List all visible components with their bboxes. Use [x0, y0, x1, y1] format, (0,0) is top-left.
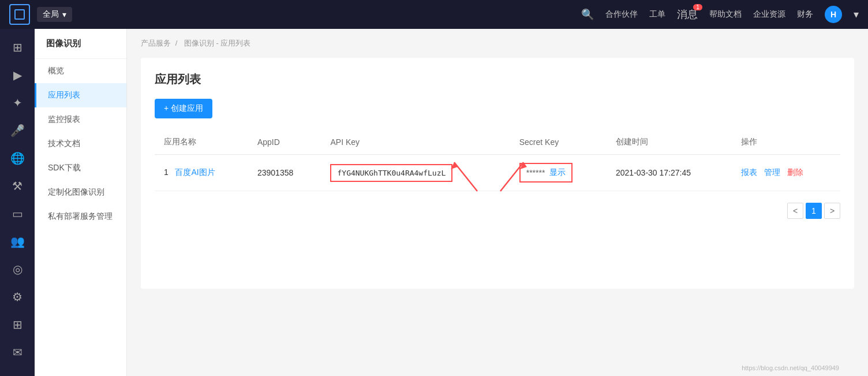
- global-label: 全局: [43, 9, 59, 20]
- col-app-name: 应用名称: [155, 130, 248, 155]
- menu-item-app-list[interactable]: 应用列表: [35, 83, 126, 107]
- app-name-link[interactable]: 百度AI图片: [175, 167, 215, 177]
- sidebar: ⊞ ▶ ✦ 🎤 🌐 ⚒ ▭ 👥 ◎ ⚙ ⊞ ✉: [0, 29, 35, 376]
- sidebar-icon-arrow[interactable]: ▶: [5, 62, 30, 88]
- logo: [9, 4, 30, 25]
- pagination-next[interactable]: >: [824, 203, 840, 219]
- cell-create-time: 2021-03-30 17:27:45: [607, 155, 732, 191]
- action-delete-link[interactable]: 删除: [787, 167, 803, 177]
- show-secret-key-link[interactable]: 显示: [549, 167, 566, 178]
- table-container: 应用名称 AppID API Key Secret Key 创建时间 操作 1: [155, 130, 840, 191]
- table-header-row: 应用名称 AppID API Key Secret Key 创建时间 操作: [155, 130, 840, 155]
- page-title: 应用列表: [155, 72, 840, 87]
- breadcrumb: 产品服务 / 图像识别 - 应用列表: [141, 38, 854, 49]
- main-layout: ⊞ ▶ ✦ 🎤 🌐 ⚒ ▭ 👥 ◎ ⚙ ⊞ ✉ 图像识别 概览 应用列表 监控报…: [0, 29, 868, 376]
- secret-key-stars: ******: [526, 168, 545, 177]
- global-selector[interactable]: 全局 ▾: [37, 7, 72, 22]
- cell-api-key: fYG4NUKGhTTK0u4RA4wfLuzL: [321, 155, 510, 191]
- action-manage-link[interactable]: 管理: [764, 167, 780, 177]
- menu-item-tech-docs[interactable]: 技术文档: [35, 132, 126, 156]
- secret-key-box: ****** 显示: [519, 163, 573, 183]
- breadcrumb-product[interactable]: 产品服务: [141, 39, 171, 47]
- cell-index: 1 百度AI图片: [155, 155, 248, 191]
- sidebar-icon-tools[interactable]: ⚒: [5, 173, 30, 199]
- sidebar-icon-frame[interactable]: ▭: [5, 201, 30, 226]
- col-appid: AppID: [248, 130, 321, 155]
- col-create-time: 创建时间: [607, 130, 732, 155]
- cell-actions: 报表 管理 删除: [732, 155, 840, 191]
- avatar[interactable]: H: [825, 6, 842, 23]
- action-report-link[interactable]: 报表: [741, 167, 757, 177]
- sidebar-icon-gear[interactable]: ⚙: [5, 284, 30, 310]
- sidebar-icon-mic[interactable]: 🎤: [5, 118, 30, 143]
- table-row: 1 百度AI图片 23901358 fYG4NUKGhTTK0u4RA4wfLu…: [155, 155, 840, 191]
- col-secret-key: Secret Key: [510, 130, 607, 155]
- help-docs-link[interactable]: 帮助文档: [709, 9, 742, 20]
- search-icon[interactable]: 🔍: [581, 8, 594, 21]
- notification-badge: 1: [693, 4, 702, 10]
- menu-item-overview[interactable]: 概览: [35, 59, 126, 83]
- chevron-down-icon: ▾: [62, 10, 66, 19]
- notification-icon[interactable]: 消息 1: [677, 8, 698, 21]
- menu-title: 图像识别: [35, 29, 126, 59]
- avatar-label: H: [830, 10, 836, 19]
- menu-item-private-deploy[interactable]: 私有部署服务管理: [35, 204, 126, 229]
- partner-link[interactable]: 合作伙伴: [605, 9, 638, 20]
- sidebar-icon-apps[interactable]: ⊞: [5, 312, 30, 337]
- pagination: < 1 >: [155, 203, 840, 219]
- pagination-page-1[interactable]: 1: [806, 203, 822, 219]
- notification-label: 消息: [677, 9, 698, 20]
- workorder-link[interactable]: 工单: [649, 9, 665, 20]
- cell-appid: 23901358: [248, 155, 321, 191]
- sidebar-icon-users[interactable]: 👥: [5, 229, 30, 254]
- content-area: 产品服务 / 图像识别 - 应用列表 应用列表 + 创建应用 应用名称 AppI…: [127, 29, 868, 376]
- nav-icons: 🔍 合作伙伴 工单 消息 1 帮助文档 企业资源 财务 H ▾: [581, 6, 859, 23]
- api-key-value: fYG4NUKGhTTK0u4RA4wfLuzL: [337, 169, 446, 177]
- api-key-box: fYG4NUKGhTTK0u4RA4wfLuzL: [330, 164, 452, 182]
- sidebar-icon-mail[interactable]: ✉: [5, 340, 30, 365]
- menu-item-sdk[interactable]: SDK下载: [35, 156, 126, 180]
- create-app-button[interactable]: + 创建应用: [155, 99, 212, 118]
- watermark: https://blog.csdn.net/qq_40049949: [742, 364, 839, 371]
- app-table: 应用名称 AppID API Key Secret Key 创建时间 操作 1: [155, 130, 840, 191]
- pagination-prev[interactable]: <: [787, 203, 803, 219]
- col-actions: 操作: [732, 130, 840, 155]
- sidebar-icon-connect[interactable]: ✦: [5, 90, 30, 116]
- col-api-key: API Key: [321, 130, 510, 155]
- menu-item-custom[interactable]: 定制化图像识别: [35, 180, 126, 204]
- breadcrumb-separator: /: [175, 39, 179, 47]
- top-navigation: 全局 ▾ 🔍 合作伙伴 工单 消息 1 帮助文档 企业资源 财务 H ▾: [0, 0, 868, 29]
- sidebar-icon-eye[interactable]: ◎: [5, 256, 30, 282]
- row-index: 1: [164, 167, 169, 177]
- enterprise-link[interactable]: 企业资源: [753, 9, 785, 20]
- user-menu-chevron[interactable]: ▾: [854, 8, 859, 21]
- page-card: 应用列表 + 创建应用 应用名称 AppID API Key Secret Ke…: [141, 58, 854, 289]
- logo-inner: [14, 9, 25, 20]
- left-menu: 图像识别 概览 应用列表 监控报表 技术文档 SDK下载 定制化图像识别 私有部…: [35, 29, 127, 376]
- cell-secret-key: ****** 显示: [510, 155, 607, 191]
- menu-item-monitor[interactable]: 监控报表: [35, 107, 126, 132]
- sidebar-icon-grid[interactable]: ⊞: [5, 35, 30, 60]
- breadcrumb-current: 图像识别 - 应用列表: [184, 39, 251, 47]
- sidebar-icon-globe[interactable]: 🌐: [5, 146, 30, 171]
- finance-link[interactable]: 财务: [797, 9, 813, 20]
